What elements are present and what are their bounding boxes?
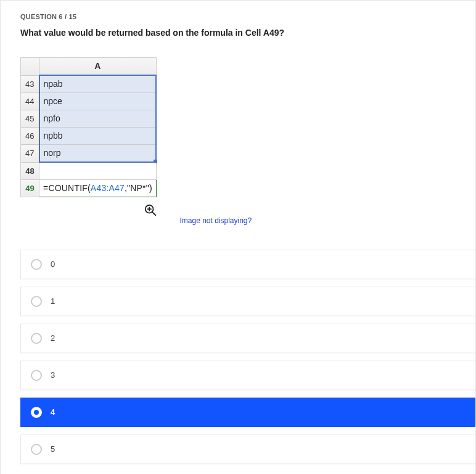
cell-A44[interactable]: npce [39,93,157,110]
column-header-A: A [39,58,157,76]
sheet-corner [21,58,39,76]
formula-text: =COUNTIF(A43:A47,"NP*") [43,183,152,193]
row-header: 47 [21,145,39,163]
radio-icon [31,407,42,418]
answer-option-0[interactable]: 0 [20,250,475,279]
zoom-in-icon[interactable] [144,203,157,217]
answer-option-2[interactable]: 2 [20,324,475,353]
spreadsheet-table: A 43 npab 44 npce 45 npfo 46 npbb 47 no [20,57,157,197]
formula-suffix: ,"NP*") [125,183,152,193]
row-header: 44 [21,93,39,110]
option-label: 2 [51,333,55,343]
svg-line-1 [152,211,155,215]
row-header: 46 [21,128,39,145]
image-not-displaying-link[interactable]: Image not displaying? [179,216,252,225]
cell-A48[interactable] [39,162,157,179]
cell-A49-formula[interactable]: =COUNTIF(A43:A47,"NP*") [39,179,157,197]
question-text: What value would be returned based on th… [20,28,475,38]
option-label: 3 [51,370,55,380]
radio-icon [31,259,42,270]
option-label: 1 [51,296,55,306]
cell-A43[interactable]: npab [39,75,157,93]
option-label: 5 [51,444,55,454]
option-label: 0 [51,259,55,269]
cell-A46[interactable]: npbb [39,128,157,145]
question-number: QUESTION 6 / 15 [20,13,475,20]
radio-icon [31,370,42,381]
radio-icon [31,444,42,455]
answer-option-1[interactable]: 1 [20,287,475,316]
spreadsheet: A 43 npab 44 npce 45 npfo 46 npbb 47 no [20,57,157,217]
formula-prefix: =COUNTIF( [43,183,91,193]
option-label: 4 [51,407,55,417]
radio-icon [31,333,42,344]
answer-options: 0 1 2 3 4 5 [20,250,475,464]
cell-A47[interactable]: norp [39,145,157,163]
answer-option-3[interactable]: 3 [20,361,475,390]
quiz-question-page: QUESTION 6 / 15 What value would be retu… [0,0,476,474]
row-header: 45 [21,110,39,128]
row-header: 48 [21,162,39,179]
row-header: 43 [21,75,39,93]
row-header: 49 [21,179,39,197]
cell-value: norp [44,148,61,158]
answer-option-4[interactable]: 4 [20,398,475,427]
radio-icon [31,296,42,307]
formula-range-ref: A43:A47 [91,183,125,193]
answer-option-5[interactable]: 5 [20,435,475,464]
cell-A45[interactable]: npfo [39,110,157,128]
